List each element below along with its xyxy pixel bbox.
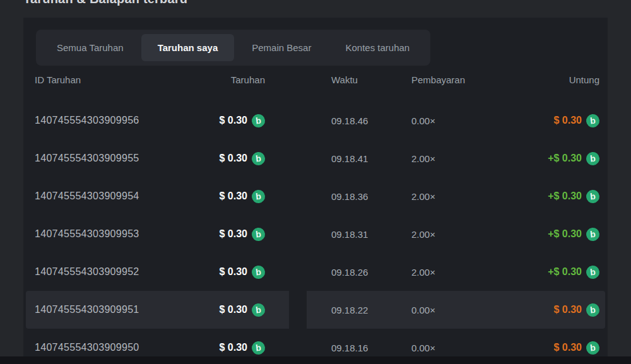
bet-table-row[interactable]: 140745554303909950 $ 0.30 b 09.18.16 0.0…: [26, 329, 605, 356]
tab-taruhan-saya[interactable]: Taruhan saya: [141, 34, 235, 61]
bet-time: 09.18.41: [265, 153, 368, 164]
bet-amount-cell: $ 0.30 b: [220, 303, 265, 317]
bet-time: 09.18.31: [265, 229, 368, 240]
bets-table-body: 140745554303909956 $ 0.30 b 09.18.46 0.0…: [23, 102, 608, 356]
bcd-coin-icon: b: [586, 302, 600, 317]
header-taruhan: Taruhan: [231, 74, 265, 85]
table-header: ID Taruhan Taruhan Waktu Pembayaran Untu…: [23, 74, 608, 85]
profit-cell: +$ 0.30 b: [548, 190, 599, 203]
profit-cell: $ 0.30 b: [554, 303, 599, 317]
bcd-coin-icon: b: [586, 189, 600, 203]
bet-id: 140745554303909952: [35, 266, 139, 278]
bet-time: 09.18.22: [265, 305, 368, 315]
page-title: Taruhan & Balapan terbaru: [23, 0, 187, 6]
bet-time: 09.18.46: [265, 115, 368, 126]
bet-time: 09.18.26: [265, 267, 368, 278]
bet-table-row[interactable]: 140745554303909955 $ 0.30 b 09.18.41 2.0…: [26, 139, 605, 177]
bets-tabbar: Semua Taruhan Taruhan saya Pemain Besar …: [36, 30, 430, 66]
bcd-coin-icon: b: [251, 189, 266, 203]
tab-pemain-besar[interactable]: Pemain Besar: [235, 34, 327, 61]
header-pembayaran: Pembayaran: [401, 74, 465, 85]
bcd-coin-icon: b: [251, 151, 266, 165]
bcd-coin-icon: b: [251, 113, 266, 127]
bet-amount: $ 0.30: [220, 304, 247, 315]
bet-amount: $ 0.30: [220, 153, 247, 164]
tab-semua-taruhan[interactable]: Semua Taruhan: [40, 34, 140, 61]
header-id-taruhan: ID Taruhan: [35, 74, 81, 85]
bet-profit: $ 0.30: [554, 342, 582, 353]
bet-table-row[interactable]: 140745554303909952 $ 0.30 b 09.18.26 2.0…: [26, 253, 605, 291]
bet-time: 09.18.36: [265, 191, 368, 202]
bet-profit: +$ 0.30: [548, 191, 582, 202]
bet-profit: +$ 0.30: [548, 228, 582, 240]
bcd-coin-icon: b: [586, 113, 600, 127]
bcd-coin-icon: b: [586, 226, 600, 241]
bet-table-row[interactable]: 140745554303909951 $ 0.30 b 09.18.22 0.0…: [26, 291, 605, 329]
bcd-coin-icon: b: [586, 151, 600, 165]
bet-table-row[interactable]: 140745554303909954 $ 0.30 b 09.18.36 2.0…: [26, 177, 605, 215]
bet-payout-multiplier: 2.00×: [401, 267, 435, 278]
next-section-divider: [0, 356, 631, 364]
header-untung: Untung: [569, 74, 599, 85]
bet-id: 140745554303909951: [35, 304, 139, 315]
bet-id: 140745554303909950: [35, 342, 139, 353]
bcd-coin-icon: b: [586, 264, 600, 279]
profit-cell: +$ 0.30 b: [548, 152, 599, 165]
bet-amount: $ 0.30: [220, 228, 247, 240]
bet-payout-multiplier: 0.00×: [401, 305, 435, 315]
bcd-coin-icon: b: [586, 340, 600, 355]
bet-table-row[interactable]: 140745554303909956 $ 0.30 b 09.18.46 0.0…: [26, 102, 605, 139]
profit-cell: +$ 0.30 b: [548, 266, 599, 279]
bet-profit: $ 0.30: [554, 115, 582, 126]
bet-amount-cell: $ 0.30 b: [220, 152, 265, 165]
bcd-coin-icon: b: [251, 302, 266, 317]
header-waktu: Waktu: [265, 74, 358, 85]
bet-amount-cell: $ 0.30 b: [220, 114, 265, 127]
bet-id: 140745554303909954: [35, 191, 139, 202]
profit-cell: $ 0.30 b: [554, 114, 599, 127]
bet-profit: +$ 0.30: [548, 153, 582, 164]
bet-amount: $ 0.30: [220, 342, 247, 353]
bet-id: 140745554303909956: [35, 115, 139, 126]
bet-payout-multiplier: 0.00×: [401, 115, 435, 126]
bet-amount: $ 0.30: [220, 266, 247, 278]
bet-id: 140745554303909955: [35, 153, 139, 164]
bet-payout-multiplier: 0.00×: [401, 343, 435, 353]
bet-time: 09.18.16: [265, 343, 368, 353]
bet-amount-cell: $ 0.30 b: [220, 228, 265, 241]
bet-table-row[interactable]: 140745554303909953 $ 0.30 b 09.18.31 2.0…: [26, 215, 605, 253]
bet-id: 140745554303909953: [35, 228, 139, 240]
bets-panel: Semua Taruhan Taruhan saya Pemain Besar …: [23, 18, 608, 356]
bcd-coin-icon: b: [251, 264, 266, 279]
bet-profit: +$ 0.30: [548, 266, 582, 278]
tab-kontes-taruhan[interactable]: Kontes taruhan: [329, 34, 426, 61]
profit-cell: +$ 0.30 b: [548, 228, 599, 241]
bet-amount-cell: $ 0.30 b: [220, 341, 265, 355]
bet-profit: $ 0.30: [554, 304, 582, 315]
bet-amount-cell: $ 0.30 b: [220, 266, 265, 279]
bcd-coin-icon: b: [251, 340, 266, 355]
bet-payout-multiplier: 2.00×: [401, 153, 435, 164]
bet-amount-cell: $ 0.30 b: [220, 190, 265, 203]
bet-amount: $ 0.30: [220, 191, 247, 202]
bet-payout-multiplier: 2.00×: [401, 191, 435, 202]
profit-cell: $ 0.30 b: [554, 341, 599, 355]
bet-amount: $ 0.30: [220, 115, 247, 126]
bet-payout-multiplier: 2.00×: [401, 229, 435, 240]
bcd-coin-icon: b: [251, 226, 266, 241]
